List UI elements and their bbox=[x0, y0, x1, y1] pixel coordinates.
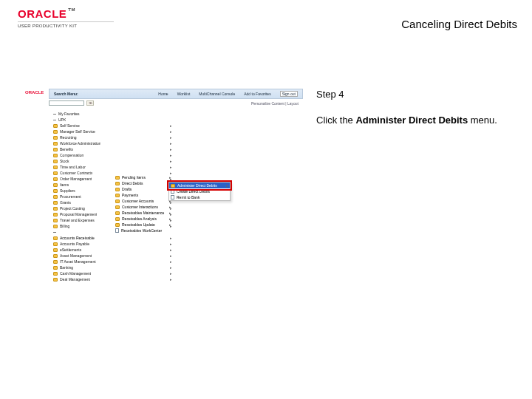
nav-item-label: Customer Contracts bbox=[60, 170, 92, 176]
nav-favorites[interactable]: Add to Favorites bbox=[244, 92, 270, 96]
folder-icon bbox=[53, 254, 58, 258]
folder-icon bbox=[53, 183, 58, 187]
menu-item-label: Administer Direct Debits bbox=[177, 183, 217, 188]
page-icon bbox=[115, 228, 119, 233]
nav-item-label: Procurement bbox=[60, 194, 81, 200]
nav-subitem-label: Receivables WorkCenter bbox=[121, 228, 162, 233]
nav-item[interactable]: Benefits▸ bbox=[52, 146, 174, 152]
folder-icon bbox=[53, 213, 58, 216]
app-toolbar: Search Menu: Home Worklist MultiChannel … bbox=[49, 89, 303, 99]
nav-item[interactable]: IT Asset Management▸ bbox=[52, 259, 174, 265]
nav-item-label: UPK bbox=[58, 117, 66, 123]
oracle-logo-text: ORACLE bbox=[18, 7, 66, 20]
nav-item[interactable]: UPK bbox=[52, 117, 174, 123]
nav-item-label: Suppliers bbox=[60, 188, 75, 194]
nav-item[interactable]: Cash Management▸ bbox=[52, 270, 174, 276]
nav-subitem[interactable]: Drafts▸ bbox=[114, 186, 173, 192]
nav-item[interactable]: My Favorites bbox=[52, 111, 174, 117]
menu-item[interactable]: Create Direct Debits bbox=[169, 188, 230, 194]
folder-icon bbox=[53, 266, 58, 270]
oracle-logo: ORACLETM bbox=[18, 7, 114, 20]
nav-item-label: My Favorites bbox=[58, 111, 80, 117]
nav-subitem-label: Direct Debits bbox=[122, 180, 143, 186]
chevron-right-icon: ▸ bbox=[170, 158, 172, 164]
instruction-pre: Click the bbox=[316, 115, 355, 126]
chevron-right-icon: ▸ bbox=[170, 134, 172, 140]
nav-subitem[interactable]: Direct Debits▸ bbox=[114, 180, 173, 186]
folder-icon bbox=[53, 148, 58, 151]
chevron-right-icon: ▸ bbox=[169, 210, 171, 216]
nav-item-label: Proposal Management bbox=[60, 211, 97, 217]
signout-button[interactable]: Sign out bbox=[280, 91, 298, 97]
nav-home[interactable]: Home bbox=[158, 92, 168, 96]
chevron-right-icon: ▸ bbox=[169, 204, 171, 210]
nav-subitem[interactable]: Receivables WorkCenter bbox=[114, 228, 173, 233]
folder-icon bbox=[53, 260, 58, 264]
nav-item-label: Cash Management bbox=[60, 270, 91, 276]
chevron-right-icon: ▸ bbox=[170, 164, 172, 170]
nav-subitem[interactable]: Customer Interactions▸ bbox=[114, 204, 173, 210]
instruction-panel: Step 4 Click the Administer Direct Debit… bbox=[316, 89, 501, 127]
chevron-right-icon: ▸ bbox=[170, 253, 172, 259]
nav-subitem-label: Customer Accounts bbox=[122, 198, 154, 204]
nav-item-label: Stock bbox=[60, 158, 69, 164]
folder-icon bbox=[115, 194, 120, 197]
folder-icon bbox=[115, 176, 120, 180]
nav-subitem[interactable]: Receivables Maintenance▸ bbox=[114, 210, 173, 216]
nav-multichannel[interactable]: MultiChannel Console bbox=[199, 92, 235, 96]
nav-item[interactable]: Manager Self Service▸ bbox=[52, 129, 174, 134]
nav-subitem[interactable]: Pending Items▸ bbox=[114, 174, 173, 180]
search-menu-label: Search Menu: bbox=[54, 92, 78, 96]
nav-item-label: Order Management bbox=[60, 176, 92, 182]
folder-icon bbox=[53, 272, 58, 276]
nav-item[interactable]: Workforce Administration▸ bbox=[52, 140, 174, 146]
folder-icon bbox=[53, 219, 58, 222]
chevron-right-icon: ▸ bbox=[170, 276, 172, 282]
nav-worklist[interactable]: Worklist bbox=[177, 92, 191, 96]
dash-icon bbox=[53, 232, 56, 233]
chevron-right-icon: ▸ bbox=[170, 140, 172, 146]
nav-item[interactable]: Self Service▸ bbox=[52, 123, 174, 129]
nav-item-label: Travel and Expenses bbox=[60, 217, 95, 223]
nav-subitem[interactable]: Receivables Update▸ bbox=[114, 222, 173, 228]
nav-subitem-label: Customer Interactions bbox=[122, 204, 158, 210]
folder-icon bbox=[53, 166, 58, 169]
page-icon bbox=[171, 195, 174, 200]
nav-item[interactable]: Time and Labor▸ bbox=[52, 164, 174, 170]
nav-item[interactable]: Accounts Receivable▸ bbox=[52, 235, 174, 241]
menu-item[interactable]: Remit to Bank bbox=[169, 194, 230, 200]
screenshot-frame: ORACLE Search Menu: Home Worklist MultiC… bbox=[24, 89, 303, 296]
app-logo: ORACLE bbox=[25, 90, 44, 95]
menu-item-administer-direct-debits[interactable]: Administer Direct Debits▸ bbox=[169, 183, 230, 188]
nav-item[interactable]: Accounts Payable▸ bbox=[52, 241, 174, 247]
nav-subitem[interactable]: Receivables Analysis▸ bbox=[114, 216, 173, 222]
folder-icon bbox=[53, 242, 58, 246]
folder-icon bbox=[115, 200, 120, 203]
folder-icon bbox=[171, 184, 175, 188]
nav-item[interactable]: Stock▸ bbox=[52, 158, 174, 164]
chevron-right-icon: ▸ bbox=[170, 129, 172, 134]
personalize-link[interactable]: Personalize Content | Layout bbox=[251, 101, 299, 106]
nav-item[interactable]: Banking▸ bbox=[52, 265, 174, 270]
chevron-right-icon: ▸ bbox=[170, 241, 172, 247]
nav-subitem[interactable]: Payments▸ bbox=[114, 192, 173, 198]
nav-item-label: Items bbox=[60, 182, 69, 188]
nav-item-label: Deal Management bbox=[60, 276, 90, 282]
nav-item-label: Benefits bbox=[60, 146, 73, 152]
nav-item[interactable]: Deal Management▸ bbox=[52, 276, 174, 282]
folder-icon bbox=[53, 248, 58, 252]
nav-item[interactable]: Compensation▸ bbox=[52, 152, 174, 158]
chevron-right-icon: ▸ bbox=[170, 247, 172, 253]
nav-item[interactable]: eSettlements▸ bbox=[52, 247, 174, 253]
chevron-right-icon: ▸ bbox=[170, 265, 172, 270]
nav-item[interactable]: Recruiting▸ bbox=[52, 134, 174, 140]
folder-icon bbox=[53, 136, 58, 140]
folder-icon bbox=[53, 124, 58, 128]
personalize-bar[interactable]: Personalize Content | Layout bbox=[49, 100, 303, 107]
nav-item[interactable]: Asset Management▸ bbox=[52, 253, 174, 259]
nav-item-label: Compensation bbox=[60, 152, 83, 158]
folder-icon bbox=[53, 171, 58, 175]
nav-subitem[interactable]: Customer Accounts▸ bbox=[114, 198, 173, 204]
folder-icon bbox=[115, 223, 120, 227]
folder-icon bbox=[53, 225, 58, 228]
